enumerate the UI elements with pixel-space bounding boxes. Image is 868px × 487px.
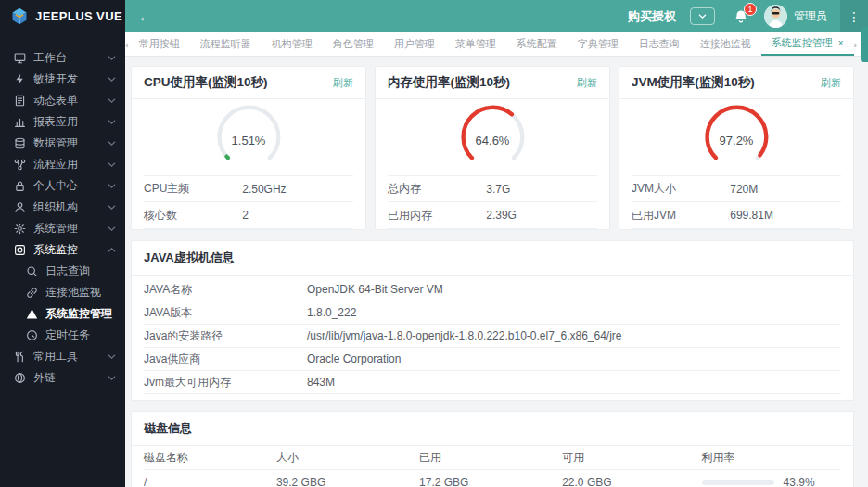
- memory-gauge: 64.6%: [376, 100, 609, 174]
- card-stats: JVM大小 720M 已用JVM 699.81M: [632, 175, 841, 229]
- gauge-value: 1.51%: [132, 134, 365, 147]
- tab-system-monitor-management[interactable]: 系统监控管理 ×: [761, 32, 854, 56]
- column-header: 已用: [419, 450, 562, 466]
- disk-usage: 43.9%: [702, 476, 841, 487]
- sidebar-item-label: 常用工具: [33, 349, 108, 365]
- sidebar-item-dynamic-form[interactable]: 动态表单: [0, 90, 125, 111]
- stat-value: 2.50GHz: [242, 183, 286, 196]
- section-header: JAVA虚拟机信息: [132, 241, 853, 276]
- tab-dict-management[interactable]: 字典管理: [568, 32, 629, 56]
- monitor-icon: [14, 52, 26, 64]
- top-header: ← 购买授权 1 管理员 ⋮: [125, 0, 868, 32]
- page-content: CPU使用率(监测10秒) 刷新 1.51% CPU主频 2.50GH: [125, 57, 868, 487]
- tab-log-search[interactable]: 日志查询: [629, 32, 690, 56]
- sidebar-item-connection-pool[interactable]: 连接池监视: [0, 282, 125, 303]
- sidebar-item-label: 外链: [33, 370, 108, 386]
- close-icon[interactable]: ×: [838, 38, 844, 48]
- card-header: CPU使用率(监测10秒) 刷新: [132, 67, 365, 99]
- gauge-progress: [707, 108, 766, 158]
- column-header: 磁盘名称: [144, 450, 276, 466]
- row-label: Jvm最大可用内存: [144, 375, 307, 391]
- table-row: Jvm最大可用内存 843M: [144, 371, 841, 394]
- jvm-info-table: JAVA名称 OpenJDK 64-Bit Server VM JAVA版本 1…: [132, 276, 853, 400]
- chevron-down-icon: [108, 140, 116, 147]
- sidebar-item-log-search[interactable]: 日志查询: [0, 261, 125, 282]
- sidebar-item-system-management[interactable]: 系统管理: [0, 218, 125, 239]
- stat-value: 699.81M: [730, 209, 773, 222]
- sidebar-item-label: 个人中心: [33, 178, 108, 194]
- tab-system-config[interactable]: 系统配置: [506, 32, 568, 56]
- sidebar-item-workflow-app[interactable]: 流程应用: [0, 154, 125, 175]
- stat-row: 已用JVM 699.81M: [632, 202, 841, 229]
- row-value: 843M: [307, 376, 335, 389]
- stat-value: 2: [242, 209, 249, 222]
- chevron-down-icon: [108, 76, 116, 83]
- sidebar-item-organization[interactable]: 组织机构: [0, 197, 125, 218]
- column-header: 利用率: [702, 450, 841, 466]
- sidebar-item-label: 工作台: [33, 50, 108, 66]
- sidebar-item-system-monitor-management[interactable]: 系统监控管理: [0, 303, 125, 325]
- sidebar-item-agile-dev[interactable]: 敏捷开发: [0, 69, 125, 90]
- section-title: 磁盘信息: [144, 420, 192, 437]
- sidebar: JEEPLUS VUE 工作台 敏捷开发 动态表单 报表应用: [0, 0, 125, 487]
- logo-icon: [10, 7, 29, 26]
- sidebar-item-scheduled-task[interactable]: 定时任务: [0, 325, 125, 346]
- disk-used: 17.2 GBG: [419, 476, 562, 487]
- stat-label: CPU主频: [144, 181, 242, 197]
- tab-org-management[interactable]: 机构管理: [262, 32, 323, 56]
- avatar[interactable]: [764, 5, 787, 28]
- disk-info-section: 磁盘信息 磁盘名称 大小 已用 可用 利用率 / 39.2 GBG 17.2 G…: [131, 411, 854, 487]
- monitor-grid-icon: [14, 244, 26, 256]
- column-header: 可用: [562, 450, 701, 466]
- sidebar-item-label: 日志查询: [45, 263, 116, 279]
- buy-license-link[interactable]: 购买授权: [628, 8, 676, 25]
- stat-row: 核心数 2: [144, 202, 353, 229]
- gauge-value: 64.6%: [376, 134, 609, 147]
- chevron-down-icon: [108, 161, 116, 168]
- table-row: JAVA版本 1.8.0_222: [144, 301, 841, 325]
- sidebar-item-common-tools[interactable]: 常用工具: [0, 346, 125, 367]
- collapse-sidebar-button[interactable]: ←: [125, 8, 165, 24]
- sidebar-item-external-link[interactable]: 外链: [0, 367, 125, 389]
- globe-icon: [14, 372, 26, 384]
- refresh-button[interactable]: 刷新: [333, 76, 353, 90]
- stat-value: 720M: [730, 183, 758, 196]
- sidebar-item-workbench[interactable]: 工作台: [0, 47, 125, 69]
- tab-process-listener[interactable]: 流程监听器: [190, 32, 262, 56]
- row-value: 1.8.0_222: [307, 306, 356, 319]
- usage-percent-label: 43.9%: [784, 476, 815, 487]
- section-title: JAVA虚拟机信息: [144, 250, 235, 266]
- app-title: JEEPLUS VUE: [35, 9, 122, 23]
- refresh-button[interactable]: 刷新: [821, 76, 841, 90]
- sidebar-item-system-monitor[interactable]: 系统监控: [0, 239, 125, 261]
- main-area: ← 购买授权 1 管理员 ⋮: [125, 0, 868, 487]
- row-value: /usr/lib/jvm/java-1.8.0-openjdk-1.8.0.22…: [307, 329, 622, 342]
- table-row: Java供应商 Oracle Corporation: [144, 348, 841, 371]
- disk-free: 22.0 GBG: [562, 476, 701, 487]
- sidebar-item-report-app[interactable]: 报表应用: [0, 111, 125, 133]
- tab-menu-management[interactable]: 菜单管理: [445, 32, 506, 56]
- sidebar-menu: 工作台 敏捷开发 动态表单 报表应用 数据管理: [0, 32, 125, 389]
- tab-connection-pool[interactable]: 连接池监视: [690, 32, 761, 56]
- tabs-scroll-right-button[interactable]: ›: [854, 32, 858, 56]
- header-dropdown-button[interactable]: [690, 7, 715, 25]
- sidebar-item-label: 系统监控管理: [45, 306, 116, 322]
- stat-label: 核心数: [144, 208, 242, 224]
- person-icon: [14, 201, 26, 213]
- tab-role-management[interactable]: 角色管理: [323, 32, 384, 56]
- sidebar-item-data-management[interactable]: 数据管理: [0, 133, 125, 154]
- disk-name: /: [144, 476, 276, 487]
- user-name[interactable]: 管理员: [794, 8, 827, 24]
- tab-common-buttons[interactable]: 常用按钮: [129, 32, 190, 56]
- tab-user-management[interactable]: 用户管理: [384, 32, 445, 56]
- stat-value: 3.7G: [486, 183, 510, 196]
- row-value: OpenJDK 64-Bit Server VM: [307, 283, 443, 296]
- notification-badge: 1: [744, 3, 757, 16]
- card-title: CPU使用率(监测10秒): [144, 74, 268, 91]
- usage-progress-bar: [702, 480, 774, 485]
- card-stats: CPU主频 2.50GHz 核心数 2: [144, 175, 353, 229]
- row-label: JAVA版本: [144, 305, 307, 321]
- notifications-button[interactable]: 1: [734, 9, 748, 24]
- sidebar-item-user-center[interactable]: 个人中心: [0, 175, 125, 197]
- refresh-button[interactable]: 刷新: [577, 76, 597, 90]
